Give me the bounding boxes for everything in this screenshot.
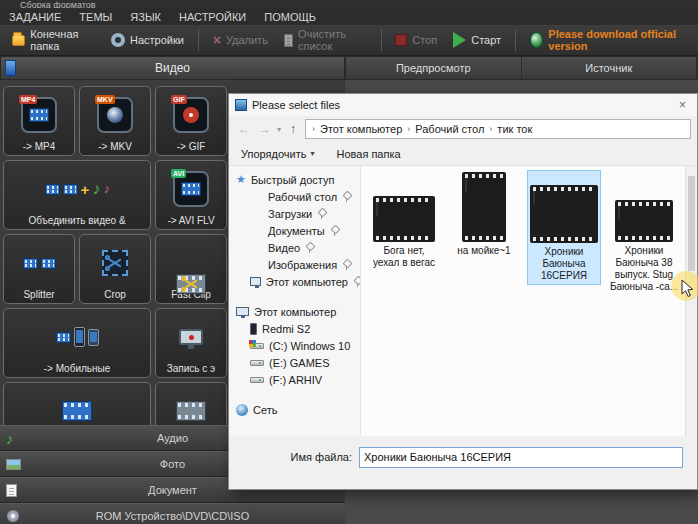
folder-icon bbox=[250, 209, 263, 218]
tree-item-drive-f[interactable]: (F:) ARHIV bbox=[229, 371, 360, 388]
tree-item-pictures[interactable]: Изображения bbox=[229, 256, 360, 273]
format-button-avi-flv[interactable]: AVI -> AVI FLV bbox=[155, 160, 227, 230]
gif-badge: GIF bbox=[171, 95, 187, 104]
breadcrumb-tiktok[interactable]: тик ток bbox=[494, 123, 535, 135]
file-list: Бога нет, уехал в вегас на мойке~1 Хрони… bbox=[361, 166, 697, 436]
format-button-crop[interactable]: Crop bbox=[79, 234, 151, 304]
file-name: Хроники Баюныча 16СЕРИЯ bbox=[530, 246, 598, 282]
section-rom-device[interactable]: ROM Устройство\DVD\CD\ISO bbox=[0, 503, 345, 524]
format-button-mkv[interactable]: MKV -> MKV bbox=[79, 86, 151, 156]
music-note-icon: ♪ bbox=[92, 181, 100, 197]
menu-item-settings[interactable]: НАСТРОЙКИ bbox=[170, 11, 255, 23]
format-label: -> AVI FLV bbox=[167, 215, 214, 226]
format-label: Запись с э bbox=[167, 363, 215, 374]
file-list-scrollbar[interactable] bbox=[685, 166, 697, 436]
drive-icon bbox=[250, 377, 264, 383]
video-panel-header[interactable]: Видео bbox=[0, 56, 345, 80]
pin-icon bbox=[342, 260, 351, 270]
format-button-fast-clip[interactable]: Fast Clip bbox=[155, 234, 227, 304]
pin-icon bbox=[342, 192, 351, 202]
tree-item-this-pc[interactable]: Этот компьютер bbox=[229, 303, 360, 320]
format-button-mobile[interactable]: -> Мобильные bbox=[3, 308, 151, 378]
screen-record-icon bbox=[179, 329, 203, 345]
drive-icon bbox=[250, 360, 264, 366]
play-icon bbox=[453, 32, 466, 48]
start-label: Старт bbox=[471, 34, 501, 46]
menu-item-themes[interactable]: ТЕМЫ bbox=[70, 11, 121, 23]
dialog-title-bar[interactable]: Please select files × bbox=[229, 94, 697, 116]
history-dropdown-icon[interactable]: ▾ bbox=[277, 125, 281, 134]
tree-item-documents[interactable]: Документы bbox=[229, 222, 360, 239]
video-thumbnail bbox=[373, 196, 435, 242]
tree-item-network[interactable]: Сеть bbox=[229, 401, 360, 418]
pin-icon bbox=[317, 209, 326, 219]
toolbar-separator bbox=[381, 29, 382, 51]
column-source[interactable]: Источник bbox=[522, 57, 698, 79]
filename-input[interactable] bbox=[359, 447, 683, 468]
folder-icon bbox=[12, 35, 25, 46]
file-item-2[interactable]: на мойке~1 bbox=[447, 170, 521, 259]
menu-item-language[interactable]: ЯЗЫК bbox=[121, 11, 170, 23]
format-button-join-video[interactable]: + ♪ ♪ Объединить видео & bbox=[3, 160, 151, 230]
menu-item-help[interactable]: ПОМОЩЬ bbox=[255, 11, 325, 23]
format-button-gif[interactable]: GIF -> GIF bbox=[155, 86, 227, 156]
film-icon bbox=[41, 258, 56, 269]
format-button-splitter[interactable]: Splitter bbox=[3, 234, 75, 304]
back-button[interactable]: ← bbox=[235, 120, 253, 138]
delete-label: Удалить bbox=[226, 34, 268, 46]
format-button-screen-record[interactable]: Запись с э bbox=[155, 308, 227, 378]
tree-item-this-pc-pinned[interactable]: Этот компьютер bbox=[229, 273, 360, 290]
format-label: -> MP4 bbox=[23, 141, 56, 152]
format-button-mp4[interactable]: MP4 -> MP4 bbox=[3, 86, 75, 156]
globe-icon bbox=[530, 32, 543, 48]
file-item-1[interactable]: Бога нет, уехал в вегас bbox=[367, 170, 441, 271]
tree-item-drive-e[interactable]: (E:) GAMES bbox=[229, 354, 360, 371]
menu-item-task[interactable]: ЗАДАНИЕ bbox=[0, 11, 70, 23]
film-icon bbox=[63, 184, 78, 195]
column-preview[interactable]: Предпросмотр bbox=[346, 57, 522, 79]
output-folder-button[interactable]: Конечная папка bbox=[6, 25, 101, 55]
filename-label: Имя файла: bbox=[229, 451, 359, 463]
breadcrumb[interactable]: › Этот компьютер › Рабочий стол › тик то… bbox=[305, 119, 691, 139]
stop-icon bbox=[395, 34, 407, 46]
delete-button[interactable]: × Удалить bbox=[207, 31, 274, 49]
tree-item-quick-access[interactable]: ★ Быстрый доступ bbox=[229, 171, 360, 188]
breadcrumb-desktop[interactable]: Рабочий стол bbox=[412, 123, 487, 135]
main-toolbar: Конечная папка Настройки × Удалить Очист… bbox=[0, 25, 698, 56]
clear-list-button[interactable]: Очистить список bbox=[278, 25, 373, 55]
window-title: Сборка форматов bbox=[0, 0, 698, 8]
format-label: -> GIF bbox=[177, 141, 206, 152]
download-official-button[interactable]: Please download official version bbox=[524, 25, 692, 55]
scrollbar-thumb[interactable] bbox=[688, 176, 695, 271]
file-item-4[interactable]: Хроники Баюныча 38 выпуск. Stug Баюныча … bbox=[607, 170, 681, 295]
tree-item-redmi-s2[interactable]: Redmi S2 bbox=[229, 320, 360, 337]
computer-icon bbox=[250, 277, 261, 286]
pin-icon bbox=[353, 277, 360, 287]
tree-item-videos[interactable]: Видео bbox=[229, 239, 360, 256]
tree-item-downloads[interactable]: Загрузки bbox=[229, 205, 360, 222]
video-panel-title: Видео bbox=[155, 61, 190, 75]
close-icon[interactable]: × bbox=[674, 98, 691, 112]
settings-button[interactable]: Настройки bbox=[105, 30, 190, 50]
section-label: Аудио bbox=[157, 432, 188, 444]
toolbar-separator bbox=[515, 29, 516, 51]
breadcrumb-this-pc[interactable]: Этот компьютер bbox=[317, 123, 405, 135]
download-notice-label: Please download official version bbox=[548, 28, 686, 52]
menu-bar: ЗАДАНИЕ ТЕМЫ ЯЗЫК НАСТРОЙКИ ПОМОЩЬ bbox=[0, 8, 698, 25]
settings-label: Настройки bbox=[130, 34, 184, 46]
new-folder-button[interactable]: Новая папка bbox=[336, 148, 400, 160]
start-button[interactable]: Старт bbox=[447, 29, 507, 51]
tree-item-desktop[interactable]: Рабочий стол bbox=[229, 188, 360, 205]
format-button-extra-1[interactable] bbox=[3, 382, 151, 425]
format-label: Splitter bbox=[23, 289, 54, 300]
tree-item-drive-c[interactable]: (C:) Windows 10 bbox=[229, 337, 360, 354]
format-button-extra-2[interactable] bbox=[155, 382, 227, 425]
forward-button[interactable]: → bbox=[256, 120, 274, 138]
breadcrumb-separator: › bbox=[489, 124, 492, 134]
up-button[interactable]: ↑ bbox=[284, 120, 302, 138]
file-item-3-selected[interactable]: Хроники Баюныча 16СЕРИЯ bbox=[527, 170, 601, 285]
organize-button[interactable]: Упорядочить ▾ bbox=[241, 148, 314, 160]
stop-button[interactable]: Стоп bbox=[389, 31, 443, 49]
file-select-dialog: Please select files × ← → ▾ ↑ › Этот ком… bbox=[228, 93, 698, 490]
format-label: -> MKV bbox=[98, 141, 132, 152]
